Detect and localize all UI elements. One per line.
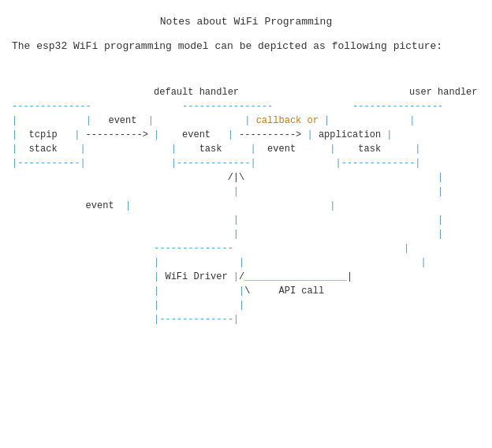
intro-text: The esp32 WiFi programming model can be … xyxy=(12,40,480,52)
diagram-container: default handler user handler -----------… xyxy=(12,71,480,327)
wifi-row1: | xyxy=(12,257,159,268)
wifi-driver-row: | xyxy=(12,271,159,282)
header-default: default handler user handler xyxy=(12,87,478,98)
arrow-line2 xyxy=(12,215,233,226)
event-label: event xyxy=(12,200,125,211)
wifi-top-div: -------------- xyxy=(12,243,233,254)
divider-bottom: |-----------| xyxy=(12,158,86,169)
wifi-row3: | xyxy=(12,300,159,311)
page-title: Notes about WiFi Programming xyxy=(12,16,480,28)
arrow-line1 xyxy=(12,186,233,197)
arrow-up: /|\ xyxy=(12,172,438,183)
arrow-line3 xyxy=(12,229,233,240)
divider-left: -------------- xyxy=(12,101,91,112)
wifi-api-row: | xyxy=(12,286,159,297)
wifi-bottom-div: |-------------| xyxy=(12,314,239,325)
